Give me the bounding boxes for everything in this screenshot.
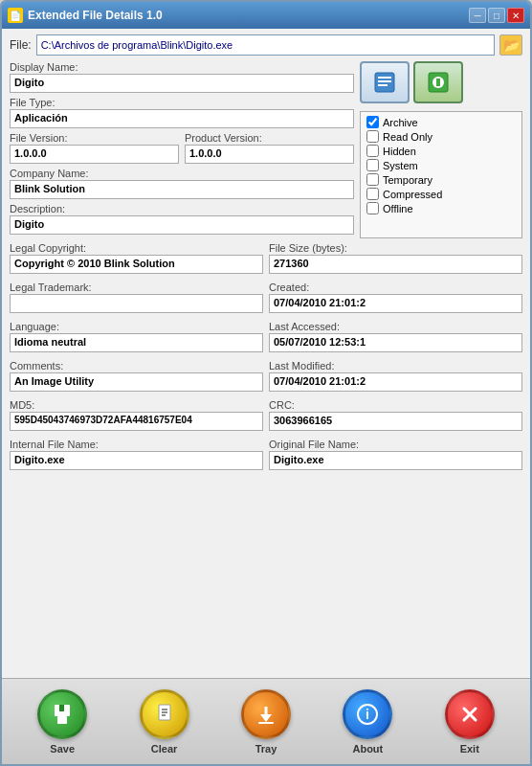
- clear-button[interactable]: Clear: [140, 689, 189, 755]
- hidden-row: Hidden: [366, 145, 516, 157]
- last-accessed-label: Last Accessed:: [269, 321, 522, 332]
- filenames-row: Internal File Name: Digito.exe Original …: [10, 439, 522, 474]
- system-label: System: [383, 160, 418, 171]
- system-checkbox[interactable]: [366, 159, 379, 171]
- md5-group: MD5: 595D45043746973D72AFA44816757E04: [10, 399, 263, 431]
- svg-marker-15: [260, 714, 272, 722]
- bottom-section: Legal Copyright: Copyright © 2010 Blink …: [10, 242, 522, 474]
- icon-buttons-row: [360, 61, 522, 103]
- file-type-value: Aplicación: [10, 109, 354, 128]
- created-label: Created:: [269, 282, 522, 293]
- svg-rect-9: [59, 705, 64, 711]
- file-path-row: File: 📂: [10, 34, 522, 56]
- file-type-group: File Type: Aplicación: [10, 97, 354, 128]
- file-version-value: 1.0.0.0: [10, 145, 179, 164]
- offline-row: Offline: [366, 202, 516, 214]
- exit-button[interactable]: Exit: [445, 689, 495, 755]
- md5-crc-row: MD5: 595D45043746973D72AFA44816757E04 CR…: [10, 399, 522, 435]
- exit-label: Exit: [460, 743, 479, 755]
- title-bar: 📄 Extended File Details 1.0 ─ □ ✕: [2, 2, 530, 29]
- md5-value: 595D45043746973D72AFA44816757E04: [10, 412, 263, 431]
- svg-rect-1: [378, 77, 391, 79]
- exit-icon: [445, 689, 495, 739]
- original-name-value: Digito.exe: [269, 451, 522, 470]
- about-label: About: [352, 743, 383, 755]
- display-name-group: Display Name: Digito: [10, 61, 354, 93]
- last-accessed-value: 05/07/2010 12:53:1: [269, 333, 522, 352]
- icon-button-1[interactable]: [360, 61, 410, 103]
- close-button[interactable]: ✕: [507, 8, 524, 23]
- svg-rect-3: [378, 84, 388, 86]
- comments-value: An Image Utility: [10, 372, 263, 392]
- readonly-checkbox[interactable]: [366, 130, 379, 143]
- description-label: Description:: [10, 203, 354, 214]
- last-modified-value: 07/04/2010 21:01:2: [269, 372, 522, 392]
- temporary-row: Temporary: [366, 173, 516, 186]
- about-button[interactable]: i About: [343, 689, 392, 755]
- tray-button[interactable]: Tray: [241, 689, 291, 755]
- readonly-row: Read Only: [366, 130, 516, 143]
- internal-name-value: Digito.exe: [10, 451, 263, 470]
- title-bar-left: 📄 Extended File Details 1.0: [8, 8, 163, 23]
- company-name-label: Company Name:: [10, 168, 354, 179]
- copyright-filesize-row: Legal Copyright: Copyright © 2010 Blink …: [10, 242, 522, 278]
- comments-lastmodified-row: Comments: An Image Utility Last Modified…: [10, 360, 522, 395]
- temporary-checkbox[interactable]: [366, 173, 379, 186]
- svg-text:i: i: [366, 707, 369, 722]
- attributes-box: Archive Read Only Hidden System: [360, 111, 522, 238]
- left-panel: Display Name: Digito File Type: Aplicaci…: [10, 61, 354, 238]
- save-label: Save: [50, 743, 75, 755]
- icon-button-2[interactable]: [413, 61, 463, 103]
- tray-label: Tray: [255, 743, 277, 755]
- readonly-label: Read Only: [383, 131, 432, 143]
- trademark-created-row: Legal Trademark: Created: 07/04/2010 21:…: [10, 282, 522, 317]
- hidden-checkbox[interactable]: [366, 145, 379, 157]
- crc-value: 3063966165: [269, 412, 522, 431]
- archive-checkbox[interactable]: [366, 116, 379, 128]
- file-size-label: File Size (bytes):: [269, 242, 522, 254]
- browse-button[interactable]: 📂: [499, 34, 522, 56]
- minimize-button[interactable]: ─: [469, 8, 486, 23]
- offline-label: Offline: [383, 203, 413, 214]
- company-name-group: Company Name: Blink Solution: [10, 168, 354, 199]
- legal-copyright-group: Legal Copyright: Copyright © 2010 Blink …: [10, 242, 263, 274]
- legal-trademark-label: Legal Trademark:: [10, 282, 263, 293]
- window-title: Extended File Details 1.0: [28, 9, 163, 22]
- svg-rect-8: [57, 716, 67, 724]
- main-window: 📄 Extended File Details 1.0 ─ □ ✕ File: …: [0, 0, 532, 766]
- description-value: Digito: [10, 215, 354, 235]
- system-row: System: [366, 159, 516, 171]
- version-row: File Version: 1.0.0.0 Product Version: 1…: [10, 132, 354, 168]
- save-button[interactable]: Save: [37, 689, 87, 755]
- description-group: Description: Digito: [10, 203, 354, 235]
- window-controls: ─ □ ✕: [469, 8, 524, 23]
- svg-rect-2: [378, 80, 391, 82]
- file-type-label: File Type:: [10, 97, 354, 108]
- archive-row: Archive: [366, 116, 516, 128]
- temporary-label: Temporary: [383, 174, 432, 186]
- offline-checkbox[interactable]: [366, 202, 379, 214]
- app-icon: 📄: [8, 8, 23, 23]
- crc-group: CRC: 3063966165: [269, 399, 522, 431]
- product-version-label: Product Version:: [185, 132, 354, 144]
- file-size-value: 271360: [269, 255, 522, 274]
- compressed-checkbox[interactable]: [366, 188, 379, 200]
- content-area: File: 📂 Display Name: Digito File Type: …: [2, 29, 530, 678]
- maximize-button[interactable]: □: [488, 8, 505, 23]
- internal-name-group: Internal File Name: Digito.exe: [10, 439, 263, 470]
- crc-label: CRC:: [269, 399, 522, 411]
- clear-icon: [140, 689, 189, 739]
- last-modified-group: Last Modified: 07/04/2010 21:01:2: [269, 360, 522, 392]
- file-path-input[interactable]: [36, 34, 495, 56]
- clear-label: Clear: [151, 743, 178, 755]
- compressed-row: Compressed: [366, 188, 516, 200]
- last-modified-label: Last Modified:: [269, 360, 522, 372]
- svg-rect-6: [436, 79, 440, 86]
- created-value: 07/04/2010 21:01:2: [269, 294, 522, 313]
- about-icon: i: [343, 689, 392, 739]
- save-icon: [37, 689, 87, 739]
- svg-rect-16: [258, 722, 274, 724]
- hidden-label: Hidden: [383, 146, 416, 157]
- created-group: Created: 07/04/2010 21:01:2: [269, 282, 522, 313]
- comments-group: Comments: An Image Utility: [10, 360, 263, 392]
